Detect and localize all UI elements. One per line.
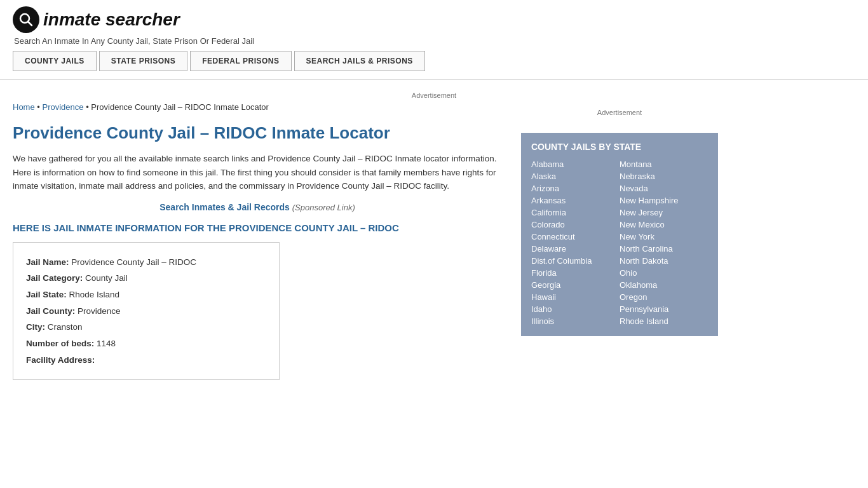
state-link-arkansas[interactable]: Arkansas: [531, 194, 620, 207]
breadcrumb-home[interactable]: Home: [13, 102, 35, 112]
beds-label: Number of beds:: [26, 339, 94, 348]
state-link-idaho[interactable]: Idaho: [531, 303, 620, 315]
info-heading: HERE IS JAIL INMATE INFORMATION FOR THE …: [13, 222, 502, 233]
logo-icon: [13, 6, 39, 33]
state-link-alaska[interactable]: Alaska: [531, 170, 620, 182]
state-link-arizona[interactable]: Arizona: [531, 182, 620, 194]
state-link-oregon[interactable]: Oregon: [620, 291, 708, 303]
jail-info-box: Jail Name: Providence County Jail – RIDO…: [13, 242, 280, 380]
state-link-north-carolina[interactable]: North Carolina: [620, 243, 708, 255]
state-prisons-btn[interactable]: STATE PRISONS: [99, 51, 187, 71]
state-link-montana[interactable]: Montana: [620, 158, 708, 170]
state-col-left: Alabama Alaska Arizona Arkansas Californ…: [531, 158, 620, 327]
beds-row: Number of beds: 1148: [26, 336, 266, 352]
state-link-new-hampshire[interactable]: New Hampshire: [620, 194, 708, 207]
sidebar-ad-label: Advertisement: [521, 102, 718, 123]
search-inmates-link[interactable]: Search Inmates & Jail Records: [159, 202, 290, 212]
state-link-colorado[interactable]: Colorado: [531, 219, 620, 231]
jail-county-value: Providence: [78, 306, 121, 316]
breadcrumb: Home • Providence • Providence County Ja…: [13, 102, 502, 112]
state-link-dc[interactable]: Dist.of Columbia: [531, 255, 620, 267]
jail-category-value: County Jail: [85, 273, 128, 283]
state-col-right: Montana Nebraska Nevada New Hampshire Ne…: [620, 158, 708, 327]
state-link-georgia[interactable]: Georgia: [531, 279, 620, 291]
state-link-new-jersey[interactable]: New Jersey: [620, 207, 708, 219]
jail-state-value: Rhode Island: [69, 290, 120, 299]
state-link-delaware[interactable]: Delaware: [531, 243, 620, 255]
federal-prisons-btn[interactable]: FEDERAL PRISONS: [190, 51, 291, 71]
state-link-ohio[interactable]: Ohio: [620, 267, 708, 279]
state-link-new-mexico[interactable]: New Mexico: [620, 219, 708, 231]
state-link-connecticut[interactable]: Connecticut: [531, 231, 620, 243]
state-link-hawaii[interactable]: Hawaii: [531, 291, 620, 303]
state-box-title: COUNTY JAILS BY STATE: [531, 142, 708, 152]
jail-name-value: Providence County Jail – RIDOC: [71, 257, 196, 267]
tagline: Search An Inmate In Any County Jail, Sta…: [14, 36, 855, 46]
jail-category-row: Jail Category: County Jail: [26, 270, 266, 287]
address-row: Facility Address:: [26, 352, 266, 369]
state-link-north-dakota[interactable]: North Dakota: [620, 255, 708, 267]
main-content: Home • Providence • Providence County Ja…: [13, 102, 521, 380]
logo-area: inmate searcher: [13, 6, 855, 33]
page-title: Providence County Jail – RIDOC Inmate Lo…: [13, 123, 502, 143]
beds-value: 1148: [97, 339, 116, 348]
state-link-pennsylvania[interactable]: Pennsylvania: [620, 303, 708, 315]
header-divider: [0, 79, 868, 80]
state-box: COUNTY JAILS BY STATE Alabama Alaska Ari…: [521, 133, 718, 336]
state-link-oklahoma[interactable]: Oklahoma: [620, 279, 708, 291]
state-columns: Alabama Alaska Arizona Arkansas Californ…: [531, 158, 708, 327]
city-label: City:: [26, 322, 45, 332]
jail-name-label: Jail Name:: [26, 257, 69, 267]
state-link-nevada[interactable]: Nevada: [620, 182, 708, 194]
county-jails-btn[interactable]: COUNTY JAILS: [13, 51, 97, 71]
jail-county-label: Jail County:: [26, 306, 75, 316]
state-link-illinois[interactable]: Illinois: [531, 315, 620, 327]
state-link-rhode-island[interactable]: Rhode Island: [620, 315, 708, 327]
state-link-california[interactable]: California: [531, 207, 620, 219]
breadcrumb-providence[interactable]: Providence: [42, 102, 83, 112]
state-link-alabama[interactable]: Alabama: [531, 158, 620, 170]
jail-category-label: Jail Category:: [26, 273, 83, 283]
state-link-new-york[interactable]: New York: [620, 231, 708, 243]
header: inmate searcher Search An Inmate In Any …: [0, 0, 868, 74]
jail-name-row: Jail Name: Providence County Jail – RIDO…: [26, 254, 266, 271]
sponsored-label: (Sponsored Link): [292, 203, 355, 212]
city-row: City: Cranston: [26, 319, 266, 336]
state-link-florida[interactable]: Florida: [531, 267, 620, 279]
state-link-nebraska[interactable]: Nebraska: [620, 170, 708, 182]
nav: COUNTY JAILS STATE PRISONS FEDERAL PRISO…: [13, 51, 855, 71]
jail-state-label: Jail State:: [26, 290, 67, 299]
sidebar: Advertisement COUNTY JAILS BY STATE Alab…: [521, 102, 718, 380]
intro-text: We have gathered for you all the availab…: [13, 152, 502, 193]
svg-line-1: [28, 22, 32, 25]
jail-county-row: Jail County: Providence: [26, 303, 266, 320]
main-layout: Home • Providence • Providence County Ja…: [0, 102, 868, 380]
jail-state-row: Jail State: Rhode Island: [26, 287, 266, 303]
logo-text: inmate searcher: [43, 10, 180, 30]
search-link-area: Search Inmates & Jail Records (Sponsored…: [13, 202, 502, 212]
address-label: Facility Address:: [26, 355, 95, 365]
breadcrumb-current: Providence County Jail – RIDOC Inmate Lo…: [91, 102, 269, 112]
search-jails-btn[interactable]: SEARCH JAILS & PRISONS: [294, 51, 425, 71]
ad-top-label: Advertisement: [0, 85, 868, 102]
city-value: Cranston: [48, 322, 83, 332]
